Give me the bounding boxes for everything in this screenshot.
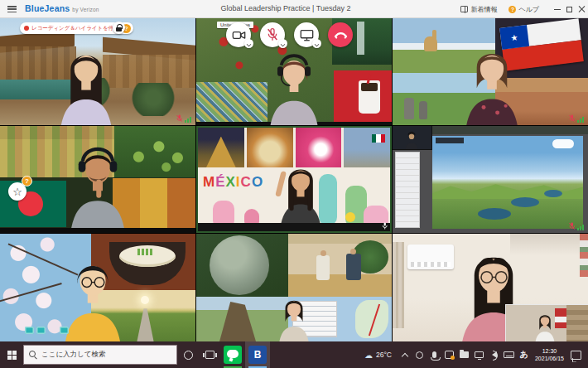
tray-display-icon[interactable] [472,341,487,368]
mic-button-muted[interactable] [260,22,285,47]
recording-dot-icon [24,26,29,31]
mic-muted-icon [569,114,575,123]
maximize-button[interactable] [563,0,576,18]
task-view-icon [205,351,214,359]
mountain-lakes-photo [432,136,583,229]
participant-status [382,222,388,230]
camera-options-chevron[interactable] [244,39,253,48]
mic-on-icon [382,222,388,230]
brand-suffix: by Verizon [72,7,99,12]
tray-circle-icon[interactable] [412,341,427,368]
participant-tile-onsen[interactable] [0,18,195,125]
hidden-icons-chevron[interactable] [398,341,412,368]
clock-time: 12:30 [535,347,564,355]
gift-icon [460,6,468,12]
tray-notification-icon[interactable] [442,341,457,368]
signal-icon [577,117,584,123]
signal-icon [577,225,584,230]
help-bubble-icon[interactable]: ? [22,176,32,186]
end-call-icon [334,31,348,39]
mic-muted-icon [569,222,575,230]
share-options-chevron[interactable] [312,39,321,48]
tray-volume-icon[interactable] [487,341,502,368]
caption-chip [25,327,34,334]
task-view-button[interactable] [199,341,220,368]
participant-figure [35,245,151,341]
presenter-webcam-thumbnail [393,126,432,150]
self-figure [526,308,564,341]
participant-figure [239,42,349,125]
kyogen-stage-photo [288,234,392,297]
participant-figure [251,155,350,225]
participant-tile-home[interactable] [393,234,588,341]
participant-tile-japan-culture[interactable] [196,234,392,341]
participant-figure [28,37,144,125]
drink-cup-image [359,80,380,114]
taskbar-app-line[interactable] [220,341,245,368]
menu-icon[interactable] [7,6,17,12]
tray-folder-icon[interactable] [457,341,472,368]
minimize-button[interactable] [551,0,563,18]
clock-date: 2021/06/15 [535,355,564,362]
camera-icon [232,29,246,41]
temperature-label[interactable]: 26°C [376,351,398,359]
ime-indicator[interactable]: あ [517,341,532,368]
plaza-photo [344,128,390,167]
participant-tile-chile[interactable]: ★ [393,18,588,125]
search-placeholder: ここに入力して検索 [41,350,106,360]
lake-image [511,197,539,207]
participant-figure [441,36,543,125]
screen-share-tile[interactable] [393,126,588,233]
participant-status [569,114,584,123]
mexico-flag-image [372,134,385,143]
start-button[interactable] [0,341,23,368]
cortana-button[interactable] [177,341,199,368]
star-icon: ☆ [12,186,22,198]
whats-new-label: 新着情報 [470,5,497,14]
stone-sphere-image [210,235,269,295]
signal-icon [185,117,191,123]
performer-figure [316,255,330,280]
windows-taskbar: ここに入力して検索 B ☁ 26°C あ 12:30 2021/06/ [0,341,588,368]
call-controls [226,22,353,47]
tray-mic-icon[interactable] [427,341,442,368]
participant-figure [251,290,337,341]
screen-share-icon [300,29,314,41]
lock-icon [116,27,122,31]
photo-caption-bar [436,138,464,143]
recording-badge-label: レコーディング＆ハイライトを停止 [31,25,119,32]
taskbar-app-bluejeans[interactable]: B [245,341,270,368]
search-icon [29,351,37,359]
tray-keyboard-icon[interactable] [502,341,517,368]
windows-logo-icon [7,351,17,360]
participant-tile-mexico[interactable]: MÉXICO [196,126,392,233]
title-bar: BlueJeansby Verizon Global Leadership Pr… [0,0,588,18]
whats-new-button[interactable]: 新着情報 [460,5,497,14]
participant-figure [40,135,156,228]
taskbar-clock[interactable]: 12:30 2021/06/15 [532,347,567,363]
hangup-button[interactable] [328,22,353,47]
participant-status [176,114,191,123]
screen-share-button[interactable] [294,22,319,47]
guanaco-image [424,36,437,51]
help-icon: ? [508,6,516,13]
lock-button[interactable] [113,22,125,34]
participant-tile-bangladesh[interactable]: ☆ ? [0,126,195,233]
minimize-icon [554,9,561,10]
bluejeans-app-icon: B [248,346,267,364]
meeting-title: Global Leadership Practice | Tuesday 2 [124,4,447,12]
close-button[interactable] [576,0,588,18]
search-input[interactable]: ここに入力して検索 [23,345,177,365]
participant-tile-spring-japan[interactable] [0,234,195,341]
self-view-pip[interactable] [505,304,588,341]
help-button[interactable]: ? ヘルプ [508,5,539,14]
camera-button[interactable] [226,22,251,47]
app-logo: BlueJeansby Verizon [25,3,99,13]
mic-muted-icon [267,28,278,41]
bookshelf-image [566,305,588,341]
weather-icon[interactable]: ☁ [361,341,376,368]
mic-muted-icon [176,114,182,123]
close-icon [579,6,586,12]
mic-options-chevron[interactable] [278,39,287,48]
action-center-button[interactable] [571,351,581,360]
